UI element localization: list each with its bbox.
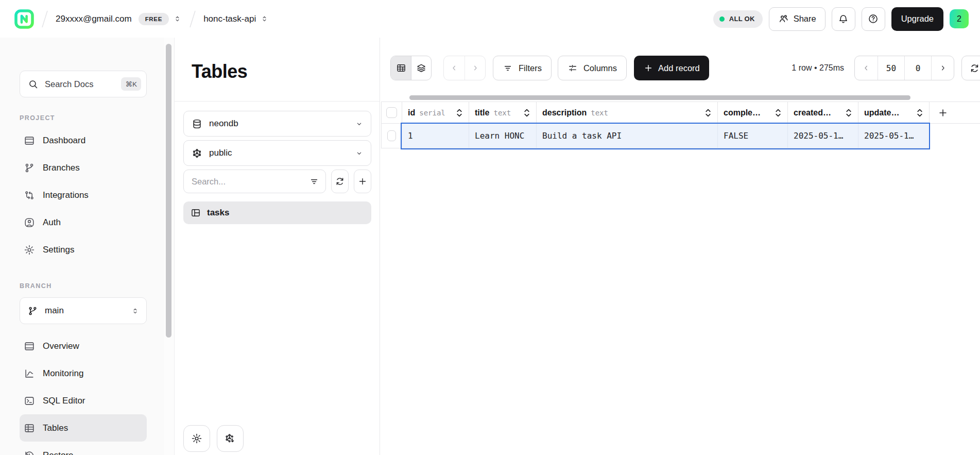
integrations-icon bbox=[24, 190, 35, 201]
sort-icon[interactable] bbox=[519, 108, 530, 117]
column-header-id[interactable]: id serial bbox=[402, 102, 469, 123]
avatar[interactable]: 2 bbox=[950, 9, 969, 28]
add-table-button[interactable] bbox=[354, 170, 371, 193]
database-select[interactable]: neondb bbox=[183, 111, 371, 137]
search-docs-button[interactable]: Search Docs ⌘K bbox=[20, 71, 147, 97]
sidebar-item-tables[interactable]: Tables bbox=[20, 414, 147, 442]
table-view-button[interactable] bbox=[391, 56, 411, 80]
sidebar-item-restore[interactable]: Restore bbox=[20, 442, 147, 455]
column-header-description[interactable]: description text bbox=[536, 102, 717, 123]
filters-button[interactable]: Filters bbox=[493, 56, 552, 80]
add-column-button[interactable] bbox=[929, 102, 980, 123]
cell-completed[interactable]: FALSE bbox=[717, 124, 787, 148]
sidebar-item-branches[interactable]: Branches bbox=[20, 154, 147, 181]
cell-description[interactable]: Build a task API bbox=[536, 124, 717, 148]
page-size-input[interactable]: 50 bbox=[878, 56, 904, 80]
sidebar-item-auth[interactable]: Auth bbox=[20, 209, 147, 236]
sidebar-item-dashboard[interactable]: Dashboard bbox=[20, 127, 147, 154]
chevron-down-icon bbox=[355, 149, 364, 158]
help-button[interactable] bbox=[862, 7, 885, 31]
next-page-button[interactable] bbox=[931, 56, 954, 80]
pagination: 50 0 bbox=[854, 56, 954, 80]
plus-icon bbox=[937, 107, 949, 119]
app-header: 29xxxx@gmail.com FREE honc-task-api ALL … bbox=[0, 0, 980, 38]
sidebar-scrollbar-thumb[interactable] bbox=[166, 44, 171, 338]
notifications-button[interactable] bbox=[832, 7, 855, 31]
result-info: 1 row • 275ms bbox=[792, 63, 844, 73]
project-switcher[interactable] bbox=[260, 14, 269, 23]
sidebar-item-integrations[interactable]: Integrations bbox=[20, 181, 147, 209]
select-all-checkbox[interactable] bbox=[386, 107, 397, 118]
prev-page-button[interactable] bbox=[855, 56, 878, 80]
add-record-button[interactable]: Add record bbox=[634, 56, 709, 80]
filter-icon bbox=[503, 63, 513, 73]
sort-icon[interactable] bbox=[700, 108, 712, 117]
cell-id[interactable]: 1 bbox=[402, 124, 469, 148]
chevron-updown-icon bbox=[131, 307, 140, 315]
cell-updated[interactable]: 2025-05-1… bbox=[858, 124, 929, 148]
table-list-item-tasks[interactable]: tasks bbox=[183, 201, 371, 224]
columns-button[interactable]: Columns bbox=[558, 56, 627, 80]
sort-icon[interactable] bbox=[452, 108, 463, 117]
plus-icon bbox=[357, 176, 368, 187]
monitoring-icon bbox=[24, 368, 35, 379]
schema-view-button[interactable] bbox=[411, 56, 431, 80]
schema-select[interactable]: public bbox=[183, 140, 371, 166]
tables-icon bbox=[24, 423, 35, 434]
refresh-grid-button[interactable] bbox=[961, 56, 980, 80]
status-badge[interactable]: ALL OK bbox=[713, 10, 763, 28]
back-button[interactable] bbox=[444, 56, 465, 80]
sidebar-item-monitoring[interactable]: Monitoring bbox=[20, 360, 147, 387]
column-header-created[interactable]: created… bbox=[787, 102, 858, 123]
cell-title[interactable]: Learn HONC bbox=[469, 124, 536, 148]
layers-icon bbox=[416, 63, 426, 73]
settings-gear-icon bbox=[24, 244, 35, 256]
account-switcher[interactable] bbox=[173, 14, 182, 23]
tables-panel: Tables neondb public bbox=[174, 38, 380, 455]
cell-created[interactable]: 2025-05-1… bbox=[787, 124, 858, 148]
sort-icon[interactable] bbox=[912, 108, 923, 117]
question-icon bbox=[868, 13, 879, 24]
column-header-title[interactable]: title text bbox=[469, 102, 536, 123]
branches-icon bbox=[24, 162, 35, 174]
panel-settings-button[interactable] bbox=[183, 425, 210, 452]
sidebar-item-overview[interactable]: Overview bbox=[20, 332, 147, 360]
table-search-input[interactable] bbox=[183, 170, 326, 193]
branch-icon bbox=[27, 306, 38, 316]
schema-export-button[interactable] bbox=[217, 425, 244, 452]
refresh-icon bbox=[969, 63, 980, 74]
branch-nav: Overview Monitoring SQL Editor Tables Re… bbox=[20, 332, 164, 455]
chevron-left-icon bbox=[862, 63, 871, 73]
schema-icon bbox=[192, 148, 202, 159]
chevron-down-icon bbox=[355, 120, 364, 128]
breadcrumb-project[interactable]: honc-task-api bbox=[203, 14, 256, 24]
share-button[interactable]: Share bbox=[769, 7, 826, 31]
column-header-completed[interactable]: comple… bbox=[717, 102, 787, 123]
branch-selector[interactable]: main bbox=[20, 297, 147, 324]
grid-toolbar: Filters Columns Add record 1 row • 275ms… bbox=[380, 56, 980, 80]
refresh-tables-button[interactable] bbox=[331, 170, 349, 193]
breadcrumb-divider bbox=[189, 9, 196, 29]
grid-horizontal-scrollbar[interactable] bbox=[409, 95, 910, 100]
grid-header-row: id serial title text description text bbox=[381, 102, 980, 124]
sidebar-item-settings[interactable]: Settings bbox=[20, 236, 147, 263]
neon-logo[interactable] bbox=[14, 9, 34, 29]
row-checkbox[interactable] bbox=[387, 130, 396, 141]
table-row[interactable]: 1 Learn HONC Build a task API FALSE 2025… bbox=[381, 124, 980, 148]
people-icon bbox=[778, 13, 789, 24]
page-offset-input[interactable]: 0 bbox=[904, 56, 931, 80]
restore-icon bbox=[24, 450, 35, 455]
filter-icon[interactable] bbox=[309, 176, 319, 187]
forward-button[interactable] bbox=[465, 56, 485, 80]
sidebar: Search Docs ⌘K PROJECT Dashboard Branche… bbox=[0, 38, 164, 455]
sidebar-scrollbar-track bbox=[164, 38, 174, 455]
sort-icon[interactable] bbox=[841, 108, 852, 117]
column-header-updated[interactable]: update… bbox=[858, 102, 929, 123]
chevron-right-icon bbox=[471, 63, 480, 73]
breadcrumb-account[interactable]: 29xxxx@gmail.com bbox=[56, 14, 132, 24]
plus-icon bbox=[643, 63, 654, 73]
upgrade-button[interactable]: Upgrade bbox=[891, 7, 943, 31]
sidebar-item-sql-editor[interactable]: SQL Editor bbox=[20, 387, 147, 414]
sort-icon[interactable] bbox=[770, 108, 782, 117]
branch-section-label: BRANCH bbox=[20, 282, 164, 291]
